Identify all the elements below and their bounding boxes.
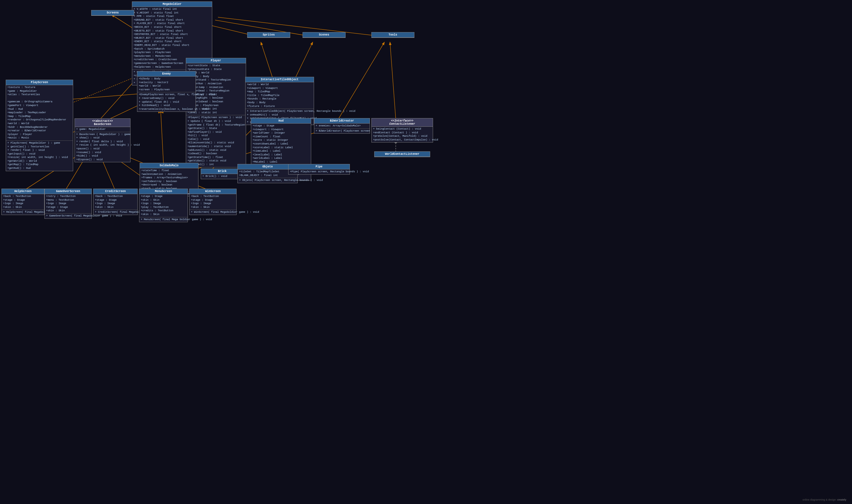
- class-player-methods: +Player( PlayScreen screen ) : void + Up…: [186, 115, 246, 167]
- class-menuscreen: MenuScreen +stage : Stage +skin : Skin +…: [139, 188, 188, 222]
- class-interactivetiledobj: InteractiveTiledObject +world : World +v…: [245, 77, 314, 125]
- class-winscreen: WinScreen +back : TextButton +stage : St…: [189, 188, 236, 215]
- class-player-title: Player: [186, 58, 246, 64]
- class-contactlistener-title: <<Interface>>ContactListener: [372, 119, 433, 127]
- class-b2worldcreator-title: B2WorldCreator: [314, 119, 370, 124]
- class-hud-fields: +stage : Stage +viewport : Viewport +wor…: [251, 124, 311, 165]
- class-winscreen-title: WinScreen: [190, 189, 236, 194]
- svg-line-4: [218, 17, 384, 37]
- class-interactivetiledobj-title: InteractiveTiledObject: [246, 77, 314, 82]
- arrows-svg: [0, 0, 852, 504]
- class-basescreen-methods: + BaseScreen ( MegaSoldier ) : game + sh…: [75, 132, 130, 162]
- class-menuscreen-methods: + MenuScreen( final Mega Soldier game ) …: [139, 217, 188, 222]
- class-worldcontactlistener-title: WorldContactListener: [374, 152, 430, 157]
- class-hud-title: Hud: [251, 119, 311, 124]
- class-screens-title: Screens: [91, 10, 134, 16]
- class-worldcontactlistener: WorldContactListener: [374, 151, 430, 157]
- class-creditscreen-title: CreditScreen: [93, 189, 137, 194]
- class-gameoverscreen-methods: + GameOverScreen( final MegaSoldier game…: [45, 214, 91, 218]
- class-tools: Tools: [371, 32, 414, 38]
- svg-line-14: [161, 109, 163, 163]
- class-enemy-methods: +EnemyPlayScreen screen, float x, float …: [137, 92, 196, 111]
- class-basescreen: <<abstract>>BaseScreen + game: MegaSoldi…: [74, 119, 130, 162]
- class-helpscreen-fields: +back : TextButton +stage : Stage +logo …: [2, 194, 44, 210]
- class-gameoverscreen-title: GameOverScreen: [45, 189, 91, 194]
- svg-line-12: [390, 42, 396, 119]
- class-playscreen-fields: +texture : Texture +game : MegaSoldier +…: [6, 85, 73, 141]
- class-playscreen-title: PlayScreen: [6, 80, 73, 85]
- class-enemy-fields: +b2body : Body +velocity : Vector2 +worl…: [137, 76, 196, 92]
- class-brick-methods: + Brick() : void: [201, 174, 244, 179]
- class-creditscreen-fields: +back : TextButton +stage : Stage +logo …: [93, 194, 137, 210]
- class-pipe-title: Pipe: [288, 164, 350, 169]
- class-interactivetiledobj-fields: +world : World +viewport : Viewport +map…: [246, 82, 314, 109]
- class-megasoldier-title: MegaSoldier: [132, 2, 212, 7]
- class-screens: Screens: [91, 10, 134, 16]
- class-contactlistener: <<Interface>>ContactListener + beingCont…: [371, 118, 433, 143]
- class-basescreen-title: <<abstract>>BaseScreen: [75, 119, 130, 127]
- class-menuscreen-fields: +stage : Stage +skin : Skin +logo : Imag…: [139, 194, 188, 217]
- class-b2worldcreator-methods: + B2WorldCreator( PlayScreen screen ) : …: [314, 129, 370, 133]
- class-sprites: Sprites: [247, 32, 290, 38]
- watermark: online diagramming & design: creately: [802, 498, 846, 501]
- class-soldadomalo-fields: +stateTime : float +walkAnimation : Anim…: [140, 168, 198, 192]
- svg-line-11: [338, 42, 384, 119]
- class-scenes: Scenes: [303, 32, 345, 38]
- class-playscreen: PlayScreen +texture : Texture +game : Me…: [6, 80, 73, 171]
- class-b2worldcreator-fields: + enemies: Array<SoldadoMalo>: [314, 124, 370, 129]
- class-scenes-title: Scenes: [303, 32, 345, 38]
- class-playscreen-methods: + PlayScreen( MegaSoldier ) : game + get…: [6, 141, 73, 171]
- class-enemy: Enemy +b2body : Body +velocity : Vector2…: [137, 71, 196, 112]
- class-objeto-methods: + Objeto( PlayScreen screen, Rectangle b…: [238, 178, 297, 183]
- class-gameoverscreen: GameOverScreen +retry : TextButton +menu…: [45, 188, 92, 219]
- class-winscreen-methods: + WinScreen( final MegaSoldier game ) : …: [190, 210, 236, 215]
- class-gameoverscreen-fields: +retry : TextButton +menu : TextButton +…: [45, 194, 91, 214]
- class-pipe: Pipe +Pipe( PlayScreen screen, Rectangle…: [288, 164, 350, 175]
- class-sprites-title: Sprites: [248, 32, 290, 38]
- class-winscreen-fields: +back : TextButton +stage : Stage +logo …: [190, 194, 236, 210]
- class-menuscreen-title: MenuScreen: [139, 189, 188, 194]
- class-enemy-title: Enemy: [137, 71, 196, 76]
- svg-line-9: [261, 42, 272, 77]
- class-creditscreen-methods: + CreditScreen( final MegaSoldier game )…: [93, 210, 137, 215]
- diagram-container: MegaSoldier + V_WIDTH : static final int…: [0, 0, 852, 504]
- class-helpscreen-methods: + HelpScreen( final MegaSoldier game ) :…: [2, 210, 44, 215]
- class-helpscreen-title: HelpScreen: [2, 189, 44, 194]
- class-helpscreen: HelpScreen +back : TextButton +stage : S…: [1, 188, 45, 215]
- class-pipe-methods: +Pipe( PlayScreen screen, Rectangle boun…: [288, 169, 350, 174]
- class-creditscreen: CreditScreen +back : TextButton +stage :…: [93, 188, 138, 215]
- class-contactlistener-methods: + beingContact (Contact) : void +endCont…: [372, 127, 433, 142]
- class-brick-title: Brick: [201, 169, 244, 174]
- class-soldadomalo-title: SoldadoMalo: [140, 163, 198, 168]
- class-basescreen-fields: + game: MegaSoldier: [75, 127, 130, 132]
- class-tools-title: Tools: [372, 32, 414, 38]
- class-b2worldcreator: B2WorldCreator + enemies: Array<SoldadoM…: [314, 118, 370, 133]
